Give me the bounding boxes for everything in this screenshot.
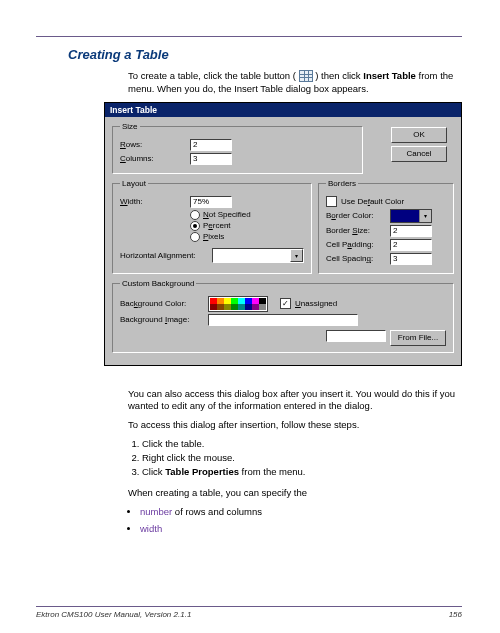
bg-image-input[interactable] [208,314,358,326]
border-color-label: Border Color: [326,211,390,220]
radio-not-specified[interactable] [190,210,200,220]
columns-label: Columns: [120,154,190,163]
pixels-label: Pixels [203,232,224,241]
dialog-titlebar: Insert Table [105,103,461,117]
paragraph-access-after: You can also access this dialog box afte… [128,388,462,414]
step-3: Click Table Properties from the menu. [142,466,462,477]
intro-text-1: To create a table, click the table butto… [128,70,296,81]
radio-pixels[interactable] [190,232,200,242]
percent-label: Percent [203,221,231,230]
not-specified-label: Not Specified [203,210,251,219]
unassigned-label: Unassigned [295,299,337,308]
step-1: Click the table. [142,438,462,449]
cell-padding-input[interactable] [390,239,432,251]
columns-input[interactable] [190,153,232,165]
paragraph-specify: When creating a table, you can specify t… [128,487,462,500]
horizontal-alignment-label: Horizontal Alignment: [120,251,212,260]
borders-legend: Borders [326,179,358,188]
custom-background-group: Custom Background Background Color: ✓ Un… [112,279,454,353]
intro-text-2: ) then click [315,70,363,81]
border-color-picker[interactable]: ▾ [390,209,432,223]
rows-input[interactable] [190,139,232,151]
intro-paragraph: To create a table, click the table butto… [128,70,462,96]
insert-table-bold: Insert Table [363,70,416,81]
bg-color-label: Background Color: [120,299,208,308]
rows-label: Rows: [120,140,190,149]
insert-table-dialog: Insert Table OK Cancel Size Rows: Column… [104,102,462,366]
paragraph-steps-intro: To access this dialog after insertion, f… [128,419,462,432]
cell-spacing-label: Cell Spacing: [326,254,390,263]
width-input[interactable] [190,196,232,208]
size-group: Size Rows: Columns: [112,122,363,174]
border-size-input[interactable] [390,225,432,237]
chevron-down-icon: ▾ [290,249,303,262]
border-color-swatch [391,210,419,222]
bullet-number: number of rows and columns [140,506,462,517]
radio-percent[interactable] [190,221,200,231]
layout-group: Layout Width: Not Specified [112,179,312,274]
custom-bg-legend: Custom Background [120,279,196,288]
page-footer: Ektron CMS100 User Manual, Version 2.1.1… [36,606,462,619]
table-icon [299,70,313,82]
width-label: Width: [120,197,190,206]
use-default-color-checkbox[interactable] [326,196,337,207]
use-default-color-label: Use Default Color [341,197,404,206]
step-2: Right click the mouse. [142,452,462,463]
ok-button[interactable]: OK [391,127,447,143]
horizontal-alignment-dropdown[interactable]: ▾ [212,248,304,263]
unassigned-checkbox[interactable]: ✓ [280,298,291,309]
footer-page-number: 156 [449,610,462,619]
spec-bullets: number of rows and columns width [128,506,462,534]
chevron-down-icon: ▾ [419,210,431,222]
borders-group: Borders Use Default Color Border Color: … [318,179,454,274]
layout-legend: Layout [120,179,148,188]
bg-image-label: Background Image: [120,315,208,324]
from-file-button[interactable]: From File... [390,330,446,346]
bg-color-palette[interactable] [208,296,268,312]
footer-left: Ektron CMS100 User Manual, Version 2.1.1 [36,610,191,619]
cell-padding-label: Cell Padding: [326,240,390,249]
cell-spacing-input[interactable] [390,253,432,265]
steps-list: Click the table. Right click the mouse. … [128,438,462,477]
from-file-path-input[interactable] [326,330,386,342]
cancel-button[interactable]: Cancel [391,146,447,162]
bullet-width: width [140,523,462,534]
page-heading: Creating a Table [68,47,462,62]
top-rule [36,36,462,37]
size-legend: Size [120,122,140,131]
border-size-label: Border Size: [326,226,390,235]
